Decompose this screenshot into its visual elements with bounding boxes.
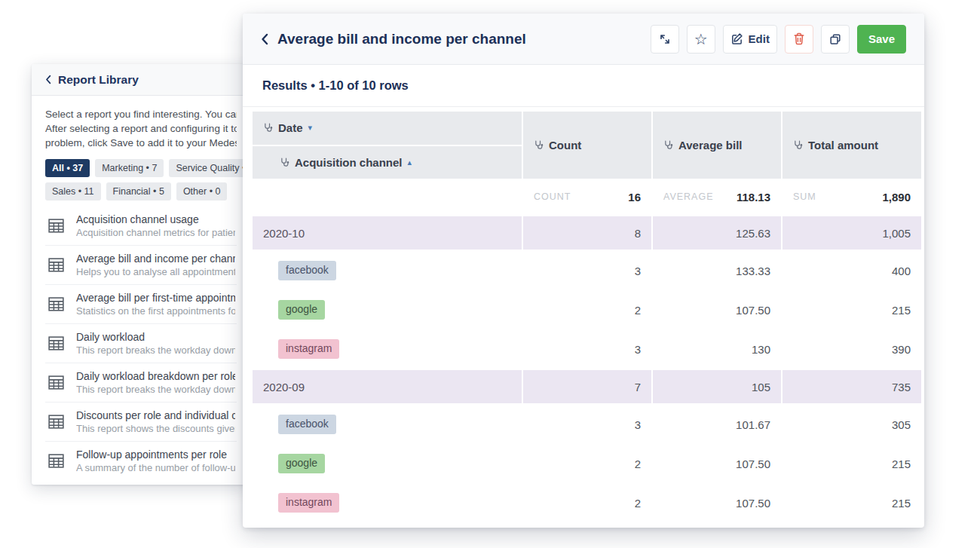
table-report-icon [47,452,66,470]
count-value: 3 [523,251,651,290]
column-header-label: Acquisition channel [295,156,403,169]
table-group-row[interactable]: 2020-108125.631,005 [253,216,921,250]
count-value: 2 [523,483,651,522]
filter-tag-row: Sales • 11Financial • 5Other • 0 [45,182,237,201]
report-title: Average bill and income per channel [76,253,235,265]
report-list-item[interactable]: Discounts per role and individual clinic… [45,403,237,442]
report-title: Discounts per role and individual clinic… [76,409,235,421]
save-button[interactable]: Save [857,25,906,54]
report-detail-panel: Average bill and income per channel ☆ [243,14,924,528]
report-description: A summary of the number of follow-up app… [76,462,235,473]
column-header-label: Date [278,121,303,134]
page-title: Average bill and income per channel [277,31,526,47]
filter-tag[interactable]: All • 37 [45,159,90,177]
report-description: This report breaks the workday down into… [76,344,235,356]
delete-button[interactable] [785,25,813,54]
report-list-item[interactable]: Average bill per first-time appointment … [45,285,237,324]
column-header-date[interactable]: Date ▾ [253,112,522,145]
summary-sum: SUM 1,890 [782,179,921,215]
filter-tag[interactable]: Sales • 11 [45,182,101,201]
expand-button[interactable] [651,25,679,54]
report-list-item[interactable]: Follow-up appointments per roleA summary… [45,442,237,480]
back-button[interactable] [261,33,268,45]
stethoscope-icon [663,140,673,150]
expand-icon [658,32,672,46]
channel-cell: instagram [253,329,522,369]
table-report-icon [47,295,66,314]
star-icon: ☆ [694,32,708,47]
total-amount-value: 215 [782,444,921,483]
summary-value: 1,890 [882,191,911,204]
column-header-total-amount[interactable]: Total amount [782,112,921,179]
summary-count: COUNT 16 [523,179,651,215]
table-channel-row: google2107.50215 [253,444,921,483]
column-header-average-bill[interactable]: Average bill [653,112,781,179]
report-list-item[interactable]: Daily workload breakdown per roleThis re… [45,363,237,403]
channel-cell: google [253,444,522,483]
group-date-label: 2020-10 [253,216,522,250]
report-title: Average bill per first-time appointment … [76,292,235,304]
channel-badge: facebook [278,261,336,280]
summary-label: COUNT [534,191,571,202]
report-description: This report shows the discounts given to… [76,423,235,434]
table-channel-row: google2107.50215 [253,290,921,329]
report-library-panel: Report Library Select a report you find … [32,64,250,485]
library-description-line: Select a report you find interesting. Yo… [45,107,237,121]
filter-tag[interactable]: Service Quality • 5 [169,159,250,177]
table-channel-row: facebook3133.33400 [253,251,921,290]
column-header-count[interactable]: Count [523,112,651,179]
total-amount-value: 400 [782,251,921,290]
total-amount-value: 1,005 [782,216,921,250]
channel-badge: instagram [278,339,339,359]
count-value: 3 [523,405,651,444]
back-button[interactable] [45,75,51,84]
total-amount-value: 390 [782,329,921,369]
filter-tag[interactable]: Marketing • 7 [95,159,164,177]
count-value: 2 [523,290,651,329]
report-library-header: Report Library [32,64,250,96]
report-list-item[interactable]: Daily workloadThis report breaks the wor… [45,324,237,363]
edit-button[interactable]: Edit [723,25,777,54]
average-bill-value: 107.50 [653,290,781,329]
average-bill-value: 133.33 [653,251,781,290]
results-summary: Results • 1-10 of 10 rows [262,78,409,93]
table-channel-row: instagram2107.50215 [253,483,921,522]
report-description: Acquisition channel metrics for patients… [76,227,235,238]
report-title: Daily workload [76,331,235,343]
table-report-icon [47,412,66,431]
total-amount-value: 215 [782,290,921,329]
library-title: Report Library [58,73,139,87]
summary-spacer [253,179,522,215]
save-button-label: Save [868,32,895,45]
duplicate-button[interactable] [821,25,850,54]
sort-desc-icon: ▾ [308,124,313,132]
column-header-label: Total amount [808,139,878,152]
count-value: 2 [523,444,651,483]
column-header-label: Average bill [678,139,742,152]
report-header: Average bill and income per channel ☆ [243,14,924,65]
table-report-icon [47,216,66,235]
filter-tag[interactable]: Financial • 5 [106,182,171,201]
column-header-label: Count [549,139,581,152]
report-list-item[interactable]: Average bill and income per channelHelps… [45,246,237,285]
channel-badge: google [278,454,325,473]
favorite-button[interactable]: ☆ [687,25,715,54]
table-header: Date ▾ Acquisition channel ▴ [253,112,921,179]
filter-tag-row: All • 37Marketing • 7Service Quality • 5… [45,159,237,177]
table-channel-row: facebook3101.67305 [253,405,921,444]
report-title: Follow-up appointments per role [76,449,235,461]
report-library-body: Select a report you find interesting. Yo… [32,96,250,480]
library-description-line: After selecting a report and configuring… [45,121,237,136]
filter-tag[interactable]: Other • 0 [176,182,228,201]
app-canvas: Report Library Select a report you find … [0,0,980,548]
average-bill-value: 125.63 [653,216,781,250]
group-date-label: 2020-09 [253,370,522,403]
report-list-item[interactable]: Acquisition channel usageAcquisition cha… [45,207,237,246]
report-title: Acquisition channel usage [76,213,235,225]
channel-cell: facebook [253,251,522,290]
table-group-row[interactable]: 2020-097105735 [253,370,921,403]
column-header-acquisition-channel[interactable]: Acquisition channel ▴ [253,146,522,179]
table-report-icon [47,334,66,353]
count-value: 7 [523,370,651,403]
stethoscope-icon [263,123,273,133]
